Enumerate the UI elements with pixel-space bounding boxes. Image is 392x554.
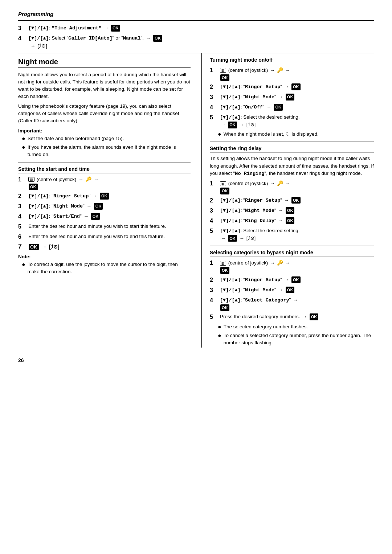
categories-steps: 1 ▦ (centre of joystick) → 🔑 → OK 2 [▼]/… — [210, 259, 374, 321]
ok-badge: OK — [94, 203, 103, 210]
night-mode-intro: Night mode allows you to select a period… — [18, 71, 191, 100]
ok-badge: OK — [291, 197, 301, 204]
list-item: 5 [▼]/[▲]: Select the desired setting. →… — [210, 114, 374, 129]
list-item: 5 Press the desired category numbers. → … — [210, 313, 374, 321]
ok-badge: OK — [310, 313, 319, 320]
note-label: Note: — [18, 254, 191, 259]
right-column: Turning night mode on/off 1 ▦ (centre of… — [201, 53, 374, 348]
ok-badge: OK — [29, 184, 38, 190]
important-label: Important: — [18, 128, 191, 134]
list-item: 5 Enter the desired hour and minute you … — [18, 223, 191, 231]
ok-badge: OK — [91, 213, 100, 220]
subsection-turning-title: Turning night mode on/off — [210, 57, 374, 64]
bullet-item: ● If you have set the alarm, the alarm s… — [22, 144, 191, 159]
bullet-item: ● Set the date and time beforehand (page… — [22, 135, 191, 143]
list-item: 4 [▼]/[▲]: "Select Category" → OK — [210, 296, 374, 312]
two-column-layout: Night mode Night mode allows you to sele… — [18, 53, 374, 348]
joystick-icon: ▦ — [220, 261, 226, 266]
list-item: 1 ▦ (centre of joystick) → 🔑 → OK — [18, 176, 191, 191]
list-item: 3 [▼]/[▲]: "Night Mode" → OK — [210, 286, 374, 295]
list-item: 1 ▦ (centre of joystick) → 🔑 → OK — [210, 180, 374, 195]
subsection-start-end-title: Setting the start and end time — [18, 166, 191, 173]
step-4-item: 4 [▼]/[▲]: Select "Caller ID[Auto]" or "… — [18, 34, 374, 50]
divider — [18, 162, 191, 163]
ok-badge: OK — [274, 104, 283, 111]
left-column: Night mode Night mode allows you to sele… — [18, 53, 191, 348]
step-3-num: 3 — [18, 24, 26, 33]
list-item: 2 [▼]/[▲]: "Ringer Setup" → OK — [210, 276, 374, 284]
ok-badge-2: OK — [153, 35, 162, 42]
list-item: 3 [▼]/[▲]: "Night Mode" → OK — [210, 93, 374, 102]
list-item: 3 [▼]/[▲]: "Night Mode" → OK — [210, 207, 374, 215]
step-4-num: 4 — [18, 34, 26, 43]
ok-badge: OK — [286, 217, 295, 224]
bullet-item: ● The selected category number flashes. — [218, 323, 374, 331]
turning-steps: 1 ▦ (centre of joystick) → 🔑 → OK 2 [▼]/… — [210, 66, 374, 129]
bullet-item: ● To correct a digit, use the joystick t… — [22, 261, 191, 276]
list-item: 2 [▼]/[▲]: "Ringer Setup" → OK — [210, 83, 374, 91]
ok-badge: OK — [291, 83, 301, 90]
list-item: 2 [▼]/[▲]: "Ringer Setup" → OK — [210, 197, 374, 205]
ok-badge: OK — [100, 193, 109, 200]
step-4-content: [▼]/[▲]: Select "Caller ID[Auto]" or "Ma… — [28, 34, 374, 50]
list-item: 5 [▼]/[▲]: Select the desired setting. →… — [210, 227, 374, 242]
ok-badge: OK — [220, 188, 229, 194]
ok-badge: OK — [29, 244, 39, 250]
step-3-content: [▼]/[▲]: "Time Adjustment" → OK — [28, 24, 374, 32]
important-bullets: ● Set the date and time beforehand (page… — [18, 135, 191, 158]
step-3-item: 3 [▼]/[▲]: "Time Adjustment" → OK — [18, 24, 374, 33]
start-end-steps: 1 ▦ (centre of joystick) → 🔑 → OK 2 [▼]/… — [18, 176, 191, 242]
joystick-icon: ▦ — [220, 181, 226, 186]
ok-badge: OK — [286, 207, 295, 214]
joystick-icon: ▦ — [220, 68, 226, 73]
night-mode-intro2: Using the phonebook's category feature (… — [18, 103, 191, 125]
list-item: 2 [▼]/[▲]: "Ringer Setup" → OK — [18, 192, 191, 201]
page-header: Programming — [18, 11, 374, 17]
ok-badge: OK — [220, 267, 229, 274]
ok-badge: OK — [286, 94, 295, 100]
ok-badge: OK — [286, 287, 295, 294]
categories-bullets: ● The selected category number flashes. … — [210, 323, 374, 346]
ring-delay-intro: This setting allows the handset to ring … — [210, 155, 374, 177]
list-item: 1 ▦ (centre of joystick) → 🔑 → OK — [210, 259, 374, 274]
ok-badge: OK — [228, 235, 237, 242]
divider — [210, 141, 374, 142]
ok-badge: OK — [220, 74, 229, 81]
ring-delay-steps: 1 ▦ (centre of joystick) → 🔑 → OK 2 [▼]/… — [210, 180, 374, 242]
ok-badge: OK — [291, 276, 301, 283]
page-number: 26 — [18, 355, 374, 363]
ok-badge: OK — [228, 122, 237, 128]
bullet-item: ● When the night mode is set, ☾ is displ… — [218, 131, 374, 138]
list-item: 4 [▼]/[▲]: "Start/End" → OK — [18, 213, 191, 221]
divider — [210, 246, 374, 246]
list-item: 1 ▦ (centre of joystick) → 🔑 → OK — [210, 66, 374, 82]
list-item: 3 [▼]/[▲]: "Night Mode" → OK — [18, 202, 191, 211]
bullet-item: ● To cancel a selected category number, … — [218, 332, 374, 347]
joystick-icon: ▦ — [28, 177, 34, 182]
step-7: 7 OK → [⤴⊙] — [18, 243, 191, 250]
section-title-night-mode: Night mode — [18, 58, 191, 68]
list-item: 4 [▼]/[▲]: "On/Off" → OK — [210, 103, 374, 112]
subsection-categories-title: Selecting categories to bypass night mod… — [210, 250, 374, 257]
list-item: 4 [▼]/[▲]: "Ring Delay" → OK — [210, 217, 374, 225]
subsection-ring-delay-title: Setting the ring delay — [210, 145, 374, 153]
ok-badge: OK — [220, 304, 229, 311]
ok-badge: OK — [111, 25, 120, 32]
turning-bullets: ● When the night mode is set, ☾ is displ… — [210, 131, 374, 138]
list-item: 6 Enter the desired hour and minute you … — [18, 233, 191, 241]
note-bullets: ● To correct a digit, use the joystick t… — [18, 261, 191, 276]
